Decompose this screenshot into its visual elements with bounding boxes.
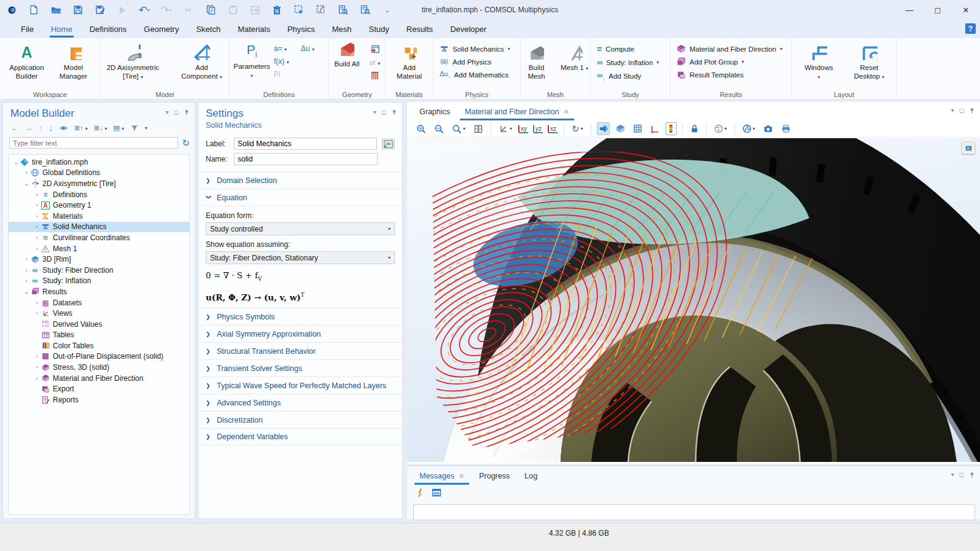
zoom-box-icon[interactable]: ▾ xyxy=(450,122,467,136)
section-equation[interactable]: ❯Equation xyxy=(198,189,402,206)
zoom-out-icon[interactable] xyxy=(432,122,446,136)
panel-pin-icon[interactable] xyxy=(969,472,975,478)
panel-menu-icon[interactable]: ▾ xyxy=(951,471,954,478)
tree-item-reports[interactable]: Reports xyxy=(9,394,189,405)
messages-log-box[interactable] xyxy=(413,504,975,520)
expand-toggle-icon[interactable]: › xyxy=(33,202,41,208)
environment-icon[interactable]: ▾ xyxy=(741,122,757,135)
back-arrow-icon[interactable]: ← xyxy=(10,123,18,133)
menu-materials[interactable]: Materials xyxy=(229,21,279,37)
menu-sketch[interactable]: Sketch xyxy=(187,21,229,37)
nonlocal-couplings-button[interactable]: Δu ▾ xyxy=(301,44,325,53)
tree-item-3d-rim[interactable]: ›3D [Rim] xyxy=(9,254,189,265)
section-discretization[interactable]: ❯Discretization xyxy=(198,411,402,428)
equation-form-dropdown[interactable]: Study controlled▾ xyxy=(206,222,395,235)
menu-developer[interactable]: Developer xyxy=(441,21,495,37)
solid-mechanics-button[interactable]: Solid Mechanics▾ xyxy=(440,44,520,53)
mesh-1-button[interactable]: Mesh 1 ▾ xyxy=(557,42,593,82)
tree-item-study-fiber-direction[interactable]: ›∞Study: Fiber Direction xyxy=(9,265,189,276)
clear-broom-icon[interactable] xyxy=(416,488,426,498)
name-input[interactable] xyxy=(234,153,378,165)
expand-toggle-icon[interactable]: ⌄ xyxy=(23,289,30,295)
panel-float-icon[interactable]: ◻ xyxy=(174,109,179,115)
view-xz-icon[interactable]: xz xyxy=(548,125,558,133)
tree-item-datasets[interactable]: ›▦Datasets xyxy=(9,297,189,308)
expand-toggle-icon[interactable]: ⌄ xyxy=(12,159,20,165)
mail-window-icon[interactable] xyxy=(432,488,441,498)
axisymmetric-component-button[interactable]: 2D Axisymmetric [Tire] ▾ xyxy=(104,42,163,82)
variables-button[interactable]: a= ▾ xyxy=(274,44,301,53)
menu-geometry[interactable]: Geometry xyxy=(135,21,187,37)
panel-float-icon[interactable]: ◻ xyxy=(959,107,964,114)
build-all-button[interactable]: Build All xyxy=(329,38,365,80)
panel-float-icon[interactable]: ◻ xyxy=(959,471,964,478)
tree-item-out-of-plane-displacement-solid[interactable]: ›Out-of-Plane Displacement (solid) xyxy=(9,351,189,362)
insert-sequence-icon[interactable] xyxy=(370,44,380,54)
functions-button[interactable]: f(x) ▾ xyxy=(274,57,301,66)
zoom-in-icon[interactable] xyxy=(414,122,428,136)
color-legend-icon[interactable] xyxy=(666,122,677,135)
section-domain-selection[interactable]: ❯Domain Selection xyxy=(198,171,402,189)
section-physics-symbols[interactable]: ❯Physics Symbols xyxy=(198,308,402,325)
add-mathematics-button[interactable]: Δu↓ Add Mathematics xyxy=(440,70,520,79)
add-physics-button[interactable]: Add Physics xyxy=(440,57,520,66)
minimize-button[interactable]: — xyxy=(895,0,924,20)
tab-graphics[interactable]: Graphics xyxy=(413,104,456,120)
expand-toggle-icon[interactable]: › xyxy=(33,235,41,241)
section-advanced-settings[interactable]: ❯Advanced Settings xyxy=(198,394,402,411)
close-tab-icon[interactable]: ✕ xyxy=(564,108,569,116)
parameter-case-button[interactable]: Pi xyxy=(274,70,301,79)
tree-item-definitions[interactable]: ›≡Definitions xyxy=(9,189,189,200)
grid-icon[interactable] xyxy=(631,122,644,135)
parameters-button[interactable]: Pi Parameters▾ xyxy=(230,38,274,81)
add-plot-group-button[interactable]: Add Plot Group▾ xyxy=(677,57,791,66)
tree-item-tire-inflation-mph[interactable]: ⌄tire_inflation.mph xyxy=(9,157,189,168)
add-material-button[interactable]: Add Material xyxy=(389,42,430,82)
tree-item-material-and-fiber-direction[interactable]: ›Material and Fiber Direction xyxy=(9,373,189,384)
menu-physics[interactable]: Physics xyxy=(279,21,324,37)
panel-menu-icon[interactable]: ▾ xyxy=(951,107,954,114)
plot-thumbnail-icon[interactable] xyxy=(962,142,975,154)
menu-definitions[interactable]: Definitions xyxy=(81,21,136,37)
help-button[interactable]: ? xyxy=(965,23,976,34)
expand-toggle-icon[interactable]: › xyxy=(23,278,30,284)
tab-progress[interactable]: Progress xyxy=(473,468,516,485)
rotate-icon[interactable]: ↻▾ xyxy=(570,122,585,136)
maximize-button[interactable]: ◻ xyxy=(924,0,952,20)
panel-float-icon[interactable]: ◻ xyxy=(381,109,386,115)
compute-button[interactable]: = Compute xyxy=(597,44,670,54)
collapse-all-icon[interactable]: ≣↑ ▾ xyxy=(74,124,88,132)
menu-home[interactable]: Home xyxy=(42,21,81,37)
show-equation-dropdown[interactable]: Study: Fiber Direction, Stationary▾ xyxy=(206,251,395,264)
tab-messages[interactable]: Messages✕ xyxy=(413,468,470,485)
close-button[interactable]: ✕ xyxy=(952,0,980,20)
result-templates-button[interactable]: Result Templates xyxy=(677,70,791,79)
section-wave-speed[interactable]: ❯Typical Wave Speed for Perfectly Matche… xyxy=(198,377,402,394)
forward-arrow-icon[interactable]: → xyxy=(25,123,33,133)
snapshot-camera-icon[interactable] xyxy=(761,122,775,135)
view-yz-icon[interactable]: yz xyxy=(533,125,543,133)
filter-chevron-icon[interactable]: ▾ xyxy=(145,125,147,131)
expand-toggle-icon[interactable]: › xyxy=(33,310,41,316)
expand-toggle-icon[interactable]: ⌄ xyxy=(23,181,30,187)
tree-item-color-tables[interactable]: Color Tables xyxy=(9,340,189,351)
print-icon[interactable] xyxy=(779,122,793,135)
tab-material-fiber-direction[interactable]: Material and Fiber Direction✕ xyxy=(459,104,575,120)
tree-item-curvilinear-coordinates[interactable]: ›≋Curvilinear Coordinates xyxy=(9,232,189,243)
expand-toggle-icon[interactable]: › xyxy=(33,375,41,381)
tree-item-views[interactable]: ›Views xyxy=(9,308,189,319)
view-xy-icon[interactable]: xy xyxy=(518,125,529,133)
tree-item-solid-mechanics[interactable]: ›Solid Mechanics xyxy=(9,222,189,233)
go-to-view-icon[interactable]: ▾ xyxy=(497,122,514,136)
material-fiber-direction-plot-button[interactable]: Material and Fiber Direction▾ xyxy=(677,44,791,53)
section-structural-transient[interactable]: ❯Structural Transient Behavior xyxy=(198,342,402,359)
model-manager-button[interactable]: Model Manager xyxy=(52,42,96,82)
section-dependent-variables[interactable]: ❯Dependent Variables xyxy=(198,428,402,445)
add-study-button[interactable]: ∞↓ Add Study xyxy=(597,71,670,82)
panel-pin-icon[interactable] xyxy=(391,109,397,115)
tree-item-materials[interactable]: ›Materials xyxy=(9,211,189,222)
update-icon[interactable]: ⇄ ▾ xyxy=(370,58,380,67)
windows-button[interactable]: Windows▾ xyxy=(800,42,838,82)
expand-toggle-icon[interactable]: › xyxy=(33,300,41,306)
expand-toggle-icon[interactable]: › xyxy=(33,364,41,370)
